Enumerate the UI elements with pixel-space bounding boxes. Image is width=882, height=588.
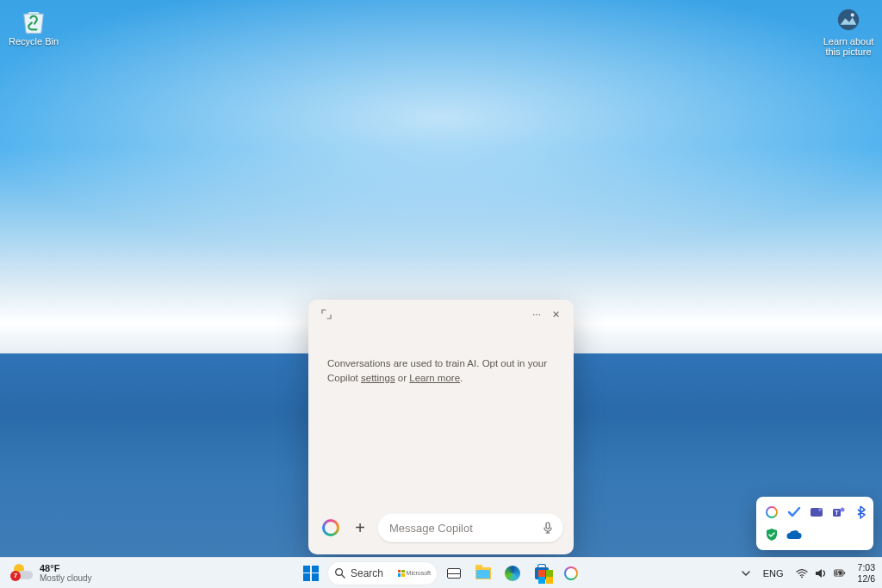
svg-rect-13 (843, 572, 844, 574)
svg-point-10 (801, 576, 803, 578)
taskbar: 7 48°F Mostly cloudy Search Microsoft EN… (0, 557, 882, 588)
svg-line-9 (342, 575, 345, 579)
add-attachment-icon[interactable]: + (348, 516, 372, 540)
start-button[interactable] (298, 560, 324, 586)
copilot-settings-link[interactable]: settings (361, 373, 395, 383)
language-indicator[interactable]: ENG (763, 568, 784, 579)
desktop-wallpaper[interactable]: Recycle Bin Learn about this picture ···… (0, 0, 882, 588)
weather-widget[interactable]: 7 48°F Mostly cloudy (7, 560, 97, 586)
security-tray-icon[interactable] (763, 526, 780, 543)
search-icon (334, 567, 345, 579)
weather-badge: 7 (10, 571, 21, 581)
weather-temp: 48°F (40, 563, 92, 573)
microphone-icon[interactable] (541, 521, 555, 535)
more-icon[interactable]: ··· (527, 305, 546, 324)
todo-tray-icon[interactable] (786, 504, 803, 521)
expand-icon[interactable] (317, 305, 336, 324)
svg-point-0 (838, 9, 859, 30)
weather-condition: Mostly cloudy (40, 573, 92, 583)
copilot-taskbar-button[interactable] (558, 560, 584, 586)
recycle-bin-label: Recycle Bin (9, 36, 59, 46)
copilot-tray-icon[interactable] (763, 504, 780, 521)
store-button[interactable] (529, 560, 555, 586)
time: 7:03 (858, 562, 875, 573)
copilot-window: ··· ✕ Conversations are used to train AI… (308, 300, 574, 554)
weather-icon: 7 (12, 562, 34, 585)
copilot-input-bar: + Message Copilot (314, 510, 568, 546)
teams-personal-tray-icon[interactable] (808, 504, 825, 521)
close-icon[interactable]: ✕ (546, 305, 565, 324)
file-explorer-button[interactable] (470, 560, 496, 586)
recycle-bin-icon[interactable]: Recycle Bin (3, 3, 64, 46)
copilot-logo-icon[interactable] (319, 516, 343, 540)
copilot-placeholder: Message Copilot (389, 522, 541, 535)
copilot-message-input[interactable]: Message Copilot (377, 513, 563, 542)
svg-rect-2 (546, 523, 550, 529)
svg-point-1 (851, 13, 854, 16)
tray-overflow-chevron-icon[interactable] (737, 565, 755, 582)
task-view-button[interactable] (441, 560, 467, 586)
spotlight-label: Learn about this picture (818, 36, 879, 57)
copilot-learn-link[interactable]: Learn more (409, 373, 460, 383)
bluetooth-tray-icon[interactable] (853, 504, 870, 521)
date: 12/6 (858, 573, 875, 584)
svg-point-4 (818, 508, 822, 511)
copilot-body: Conversations are used to train AI. Opt … (314, 324, 568, 510)
svg-text:T: T (835, 510, 839, 516)
battery-icon (834, 567, 846, 579)
volume-icon (815, 567, 827, 579)
taskbar-search[interactable]: Search Microsoft (327, 561, 438, 585)
spotlight-icon[interactable]: Learn about this picture (818, 3, 879, 57)
clock[interactable]: 7:03 12/6 (858, 562, 875, 583)
svg-point-7 (841, 508, 845, 512)
onedrive-tray-icon[interactable] (786, 526, 803, 543)
teams-tray-icon[interactable]: T (830, 504, 848, 521)
copilot-titlebar[interactable]: ··· ✕ (314, 305, 568, 324)
wifi-icon (796, 567, 808, 579)
edge-button[interactable] (500, 560, 525, 586)
system-tray[interactable] (792, 566, 849, 581)
search-brand: Microsoft (398, 570, 431, 577)
search-label: Search (351, 567, 383, 579)
tray-overflow-popup: T (756, 497, 873, 550)
